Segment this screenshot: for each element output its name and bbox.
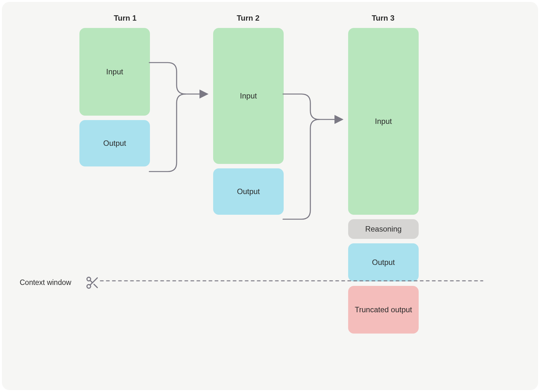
turn3-output-box: Output xyxy=(348,243,419,281)
turn3-reasoning-box: Reasoning xyxy=(348,219,419,239)
context-window-label: Context window xyxy=(20,278,71,287)
turn1-output-box: Output xyxy=(79,120,150,166)
turn3-truncated-output-box: Truncated output xyxy=(348,286,419,334)
heading-turn-3: Turn 3 xyxy=(348,14,418,23)
svg-line-3 xyxy=(94,284,98,288)
turn1-input-box: Input xyxy=(79,28,150,116)
turn2-input-box: Input xyxy=(213,28,284,164)
heading-turn-1: Turn 1 xyxy=(90,14,160,23)
turn3-input-box: Input xyxy=(348,28,419,215)
diagram-canvas: Turn 1 Turn 2 Turn 3 Input Output Input … xyxy=(2,2,538,390)
turn2-output-box: Output xyxy=(213,168,284,215)
scissors-icon xyxy=(85,275,100,291)
heading-turn-2: Turn 2 xyxy=(213,14,283,23)
svg-line-4 xyxy=(90,280,92,283)
